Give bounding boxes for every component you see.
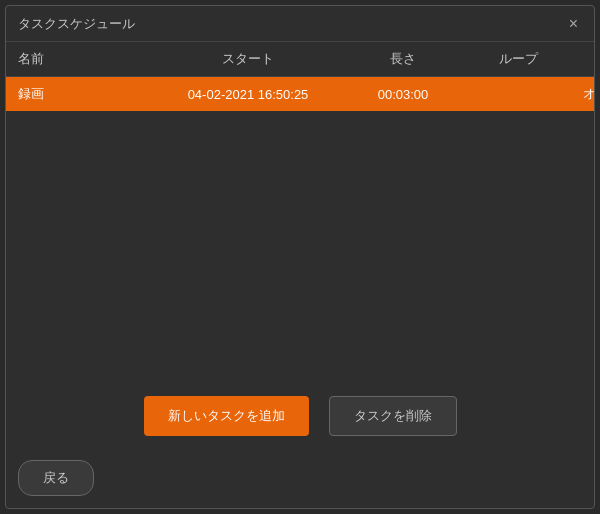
col-loop: ループ [468, 50, 568, 68]
bottom-buttons: 新しいタスクを追加 タスクを削除 [6, 380, 594, 452]
add-task-button[interactable]: 新しいタスクを追加 [144, 396, 309, 436]
table-body: 録画 04-02-2021 16:50:25 00:03:00 オン [6, 77, 594, 380]
main-window: タスクスケジュール × 名前 スタート 長さ ループ 状態 編集 録画 04-0… [5, 5, 595, 509]
table-header: 名前 スタート 長さ ループ 状態 編集 [6, 42, 594, 77]
row-status: オン [568, 85, 594, 103]
title-bar: タスクスケジュール × [6, 6, 594, 42]
col-name: 名前 [18, 50, 158, 68]
window-title: タスクスケジュール [18, 15, 135, 33]
row-name: 録画 [18, 85, 158, 103]
col-start: スタート [158, 50, 338, 68]
status-label: オン [583, 85, 594, 103]
delete-task-button[interactable]: タスクを削除 [329, 396, 457, 436]
status-toggle[interactable]: オン [568, 85, 594, 103]
table-row: 録画 04-02-2021 16:50:25 00:03:00 オン [6, 77, 594, 111]
col-length: 長さ [338, 50, 468, 68]
col-status: 状態 [568, 50, 600, 68]
footer: 戻る [6, 452, 594, 508]
back-button[interactable]: 戻る [18, 460, 94, 496]
row-start: 04-02-2021 16:50:25 [158, 87, 338, 102]
row-length: 00:03:00 [338, 87, 468, 102]
close-button[interactable]: × [565, 14, 582, 34]
